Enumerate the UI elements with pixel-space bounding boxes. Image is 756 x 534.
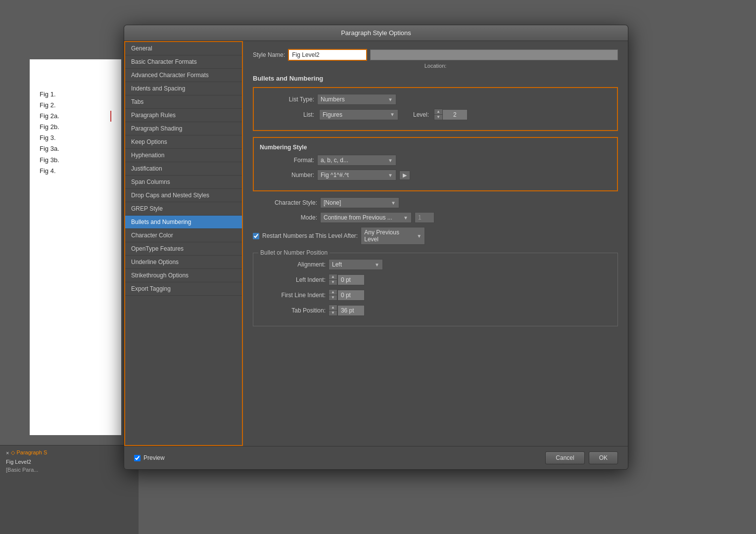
preview-checkbox[interactable] <box>134 455 141 461</box>
format-value: a, b, c, d... <box>321 157 348 164</box>
tab-position-up-icon[interactable]: ▲ <box>329 305 337 311</box>
alignment-label: Alignment: <box>261 261 326 268</box>
restart-numbers-row: Restart Numbers at This Level After: Any… <box>253 227 618 245</box>
tab-position-stepper[interactable]: ▲ ▼ <box>329 305 365 316</box>
numbering-style-header: Numbering Style <box>260 144 611 151</box>
char-style-dropdown[interactable]: [None] ▼ <box>320 197 399 208</box>
alignment-arrow-icon: ▼ <box>375 262 379 267</box>
sidebar-item-13[interactable]: Bullets and Numbering <box>125 216 242 229</box>
left-indent-down-icon[interactable]: ▼ <box>329 280 337 285</box>
alignment-value: Left <box>332 261 342 268</box>
mode-label: Mode: <box>253 214 317 221</box>
dialog-footer: Preview Cancel OK <box>124 446 628 469</box>
fig-line-7: Fig 4. <box>40 166 111 177</box>
first-line-arrows[interactable]: ▲ ▼ <box>329 289 337 301</box>
restart-value: Any Previous Level <box>364 229 414 243</box>
list-value: Figures <box>323 111 342 118</box>
restart-arrow-icon: ▼ <box>417 233 422 239</box>
close-icon[interactable]: × <box>6 450 9 456</box>
first-line-label: First Line Indent: <box>261 292 326 299</box>
left-indent-input[interactable] <box>337 274 365 285</box>
sidebar-item-9[interactable]: Justification <box>125 162 242 176</box>
dialog-title: Paragraph Style Options <box>341 29 411 37</box>
level-stepper-arrows[interactable]: ▲ ▼ <box>434 109 443 120</box>
sidebar-item-0[interactable]: General <box>125 42 242 55</box>
mode-number-input[interactable] <box>415 212 434 223</box>
alignment-row: Alignment: Left ▼ <box>261 259 610 270</box>
style-name-extra[interactable] <box>370 49 618 60</box>
main-content: Style Name: Location: Bullets and Number… <box>243 41 628 446</box>
list-arrow-icon: ▼ <box>390 112 395 117</box>
level-down-icon[interactable]: ▼ <box>434 115 442 120</box>
sidebar-item-1[interactable]: Basic Character Formats <box>125 55 242 69</box>
level-value-input[interactable] <box>443 109 468 120</box>
number-dropdown[interactable]: Fig ^1^#.^t ▼ <box>317 170 396 180</box>
first-line-row: First Line Indent: ▲ ▼ <box>261 289 610 301</box>
bullets-numbering-header: Bullets and Numbering <box>253 75 618 82</box>
sidebar-item-15[interactable]: OpenType Features <box>125 242 242 256</box>
sidebar-item-16[interactable]: Underline Options <box>125 256 242 269</box>
sidebar-item-2[interactable]: Advanced Character Formats <box>125 69 242 82</box>
mode-value: Continue from Previous ... <box>324 214 392 221</box>
restart-numbers-checkbox[interactable] <box>253 233 259 239</box>
mode-arrow-icon: ▼ <box>403 215 408 221</box>
sidebar-item-18[interactable]: Export Tagging <box>125 282 242 296</box>
sidebar-item-17[interactable]: Strikethrough Options <box>125 269 242 282</box>
restart-label: Restart Numbers at This Level After: <box>262 232 358 239</box>
ok-button[interactable]: OK <box>589 451 618 464</box>
fig-line-0: Fig 1. <box>40 89 111 100</box>
left-indent-up-icon[interactable]: ▲ <box>329 274 337 280</box>
char-style-row: Character Style: [None] ▼ <box>253 197 618 208</box>
panel-basic-para: [Basic Para... <box>6 467 133 473</box>
sidebar-scroll[interactable]: GeneralBasic Character FormatsAdvanced C… <box>125 42 242 445</box>
sidebar-item-5[interactable]: Paragraph Rules <box>125 109 242 122</box>
style-name-label: Style Name: <box>253 51 285 58</box>
list-type-row: List Type: Numbers ▼ <box>260 94 611 105</box>
char-style-value: [None] <box>324 199 341 206</box>
list-type-arrow-icon: ▼ <box>388 97 393 102</box>
tab-position-arrows[interactable]: ▲ ▼ <box>329 305 337 316</box>
left-indent-row: Left Indent: ▲ ▼ <box>261 274 610 285</box>
left-indent-label: Left Indent: <box>261 276 326 283</box>
fig-line-6: Fig 3b. <box>40 155 111 166</box>
tab-position-down-icon[interactable]: ▼ <box>329 311 337 315</box>
restart-dropdown[interactable]: Any Previous Level ▼ <box>361 227 425 245</box>
dialog-body: GeneralBasic Character FormatsAdvanced C… <box>124 41 628 446</box>
sidebar-item-10[interactable]: Span Columns <box>125 176 242 189</box>
level-stepper[interactable]: ▲ ▼ <box>434 109 468 120</box>
sidebar-item-14[interactable]: Character Color <box>125 229 242 242</box>
level-up-icon[interactable]: ▲ <box>434 109 442 115</box>
list-type-dropdown[interactable]: Numbers ▼ <box>317 94 396 105</box>
bottom-panel: × ◇ Paragraph S Fig Level2 [Basic Para..… <box>0 445 139 534</box>
format-label: Format: <box>260 157 314 164</box>
cancel-button[interactable]: Cancel <box>545 451 584 464</box>
style-name-input[interactable] <box>288 49 367 61</box>
document-page: Fig 1.Fig 2.Fig 2a.Fig 2b.Fig 3.Fig 3a.F… <box>30 59 121 435</box>
fig-line-3: Fig 2b. <box>40 122 111 133</box>
sidebar-item-12[interactable]: GREP Style <box>125 202 242 216</box>
first-line-stepper[interactable]: ▲ ▼ <box>329 289 365 301</box>
char-style-arrow-icon: ▼ <box>391 200 396 206</box>
left-indent-arrows[interactable]: ▲ ▼ <box>329 274 337 285</box>
list-dropdown[interactable]: Figures ▼ <box>319 109 398 120</box>
sidebar-item-11[interactable]: Drop Caps and Nested Styles <box>125 189 242 202</box>
sidebar-item-6[interactable]: Paragraph Shading <box>125 122 242 135</box>
left-indent-stepper[interactable]: ▲ ▼ <box>329 274 365 285</box>
number-row: Number: Fig ^1^#.^t ▼ ▶ <box>260 170 611 180</box>
number-label: Number: <box>260 172 314 178</box>
mode-row: Mode: Continue from Previous ... ▼ <box>253 212 618 223</box>
first-line-down-icon[interactable]: ▼ <box>329 295 337 300</box>
first-line-input[interactable] <box>337 290 365 301</box>
fig-line-4: Fig 3. <box>40 133 111 143</box>
paragraph-style-dialog: Paragraph Style Options GeneralBasic Cha… <box>124 25 628 470</box>
format-dropdown[interactable]: a, b, c, d... ▼ <box>317 155 396 166</box>
tab-position-input[interactable] <box>337 305 365 316</box>
sidebar-item-7[interactable]: Keep Options <box>125 135 242 149</box>
mode-dropdown[interactable]: Continue from Previous ... ▼ <box>320 212 412 223</box>
sidebar-item-4[interactable]: Tabs <box>125 95 242 109</box>
sidebar-item-3[interactable]: Indents and Spacing <box>125 82 242 95</box>
alignment-dropdown[interactable]: Left ▼ <box>329 259 383 270</box>
sidebar-item-8[interactable]: Hyphenation <box>125 149 242 162</box>
number-expand-button[interactable]: ▶ <box>399 171 410 180</box>
first-line-up-icon[interactable]: ▲ <box>329 290 337 295</box>
